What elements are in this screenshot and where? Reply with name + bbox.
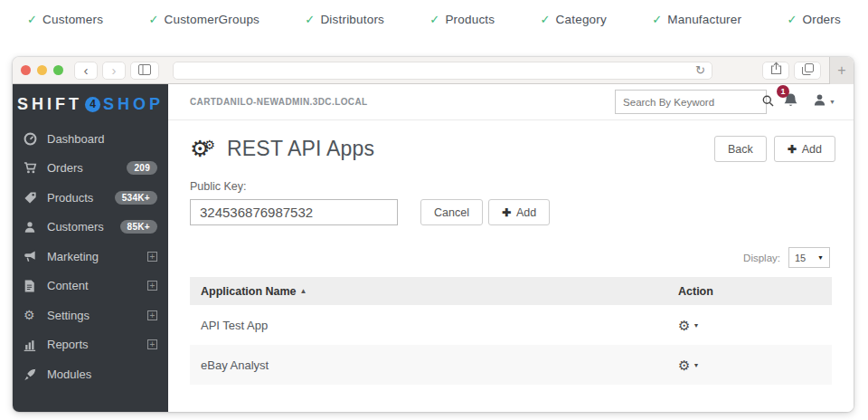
header-add-button[interactable]: ✚ Add [774,136,835,162]
column-header-label: Application Name [201,285,297,298]
strip-item-category: ✓ Category [540,13,606,26]
list-controls: Display: 15 ▼ [168,225,854,277]
plus-icon: ✚ [788,143,797,156]
expand-icon[interactable]: + [147,281,157,291]
sidebar-item-label: Products [47,191,93,205]
minimize-window-button[interactable] [37,65,47,75]
strip-label: Category [556,13,607,26]
sidebar-item-label: Dashboard [47,132,105,146]
products-count-badge: 534K+ [115,191,157,205]
sidebar-item-products[interactable]: Products 534K+ [13,183,168,213]
public-key-form: Public Key: Cancel ✚ Add [168,175,854,225]
rocket-icon [24,368,47,381]
search-icon[interactable] [762,94,774,110]
check-icon: ✓ [305,13,315,26]
column-header-application-name[interactable]: Application Name ▲ [190,285,678,298]
logo-text-shop: SHOP [103,95,164,114]
main-content: CARTDANILO-NEWADMIN.3DC.LOCAL 1 [168,84,854,412]
customers-count-badge: 85K+ [120,220,157,234]
sort-ascending-icon: ▲ [300,287,307,295]
page-title: REST API Apps [227,137,374,161]
public-key-input[interactable] [190,199,398,225]
dashboard-icon [24,132,47,146]
share-button[interactable] [762,62,789,80]
check-icon: ✓ [652,13,662,26]
app-name-cell: eBay Analyst [190,358,678,372]
display-count-value: 15 [795,253,806,263]
person-icon [24,221,47,234]
public-key-label: Public Key: [190,180,832,193]
page-header: ⚙ ⚙ REST API Apps Back ✚ Add [168,120,854,175]
chevron-down-icon: ▼ [817,254,824,261]
sidebar-item-label: Customers [47,220,104,234]
verification-strip: ✓ Customers ✓ CustomerGroups ✓ Distribut… [0,0,868,38]
strip-label: Orders [803,13,841,26]
notification-count-badge: 1 [777,85,789,98]
search-input[interactable] [623,97,762,108]
close-window-button[interactable] [21,65,31,75]
check-icon: ✓ [148,13,158,26]
cart-icon [24,161,47,175]
table-row: eBay Analyst ⚙ ▼ [190,345,832,385]
form-add-button[interactable]: ✚ Add [488,199,550,225]
window-controls [21,65,63,75]
refresh-icon[interactable]: ↻ [695,63,705,77]
sidebar-item-modules[interactable]: Modules [13,359,168,389]
url-bar[interactable]: ↻ [173,62,712,80]
sidebar-item-label: Reports [47,338,89,351]
document-icon [24,280,47,292]
expand-icon[interactable]: + [147,252,157,262]
tabs-icon [802,62,814,79]
strip-item-manufacturer: ✓ Manufacturer [652,13,741,26]
notifications-button[interactable]: 1 [783,92,798,111]
orders-count-badge: 209 [127,161,157,175]
sidebar-item-reports[interactable]: Reports + [13,330,168,360]
strip-item-orders: ✓ Orders [787,13,841,26]
sidebar-item-settings[interactable]: ⚙ Settings + [13,301,168,330]
bar-chart-icon [24,339,47,351]
user-menu-button[interactable]: ▼ [813,93,835,110]
sidebar-item-content[interactable]: Content + [13,272,168,301]
url-input[interactable] [180,65,695,76]
strip-label: Products [445,13,495,26]
strip-item-customers: ✓ Customers [27,13,103,26]
add-button-label: Add [802,143,822,156]
plus-icon: + [837,62,845,79]
table-header-row: Application Name ▲ Action [190,277,832,305]
browser-chrome: ‹ › ↻ + [13,57,854,84]
sidebar-item-label: Content [47,279,89,292]
tag-icon [24,191,47,205]
row-action-menu-button[interactable]: ⚙ ▼ [678,358,832,372]
back-button[interactable]: Back [714,136,767,162]
strip-item-distributors: ✓ Distributors [305,13,384,26]
strip-item-customergroups: ✓ CustomerGroups [148,13,259,26]
api-apps-table: Application Name ▲ Action API Test App ⚙… [190,277,832,385]
row-action-menu-button[interactable]: ⚙ ▼ [678,319,832,332]
browser-back-button[interactable]: ‹ [74,62,98,80]
user-icon [813,93,826,110]
back-button-label: Back [728,143,753,156]
display-label: Display: [743,253,780,263]
expand-icon[interactable]: + [147,310,157,320]
sidebar-item-orders[interactable]: Orders 209 [13,154,168,184]
expand-icon[interactable]: + [147,339,157,349]
sidebar-toggle-icon [138,62,151,79]
new-tab-button[interactable]: + [829,57,854,84]
shift4shop-logo[interactable]: SHIFT 4 SHOP [13,84,168,124]
plus-icon: ✚ [502,206,511,219]
gear-icon: ⚙ [678,358,690,372]
keyword-search-box[interactable] [615,90,767,114]
sidebar-item-dashboard[interactable]: Dashboard [13,124,168,154]
column-header-action: Action [678,285,832,298]
strip-item-products: ✓ Products [429,13,495,26]
gears-icon-small: ⚙ [203,138,215,151]
zoom-window-button[interactable] [53,65,63,75]
browser-forward-button[interactable]: › [102,62,126,80]
display-count-select[interactable]: 15 ▼ [788,247,830,268]
sidebar-toggle-button[interactable] [130,62,159,80]
cancel-button[interactable]: Cancel [420,199,483,225]
tabs-overview-button[interactable] [794,62,821,80]
sidebar-item-label: Modules [47,368,91,381]
sidebar-item-customers[interactable]: Customers 85K+ [13,213,168,243]
sidebar-item-marketing[interactable]: Marketing + [13,242,168,272]
